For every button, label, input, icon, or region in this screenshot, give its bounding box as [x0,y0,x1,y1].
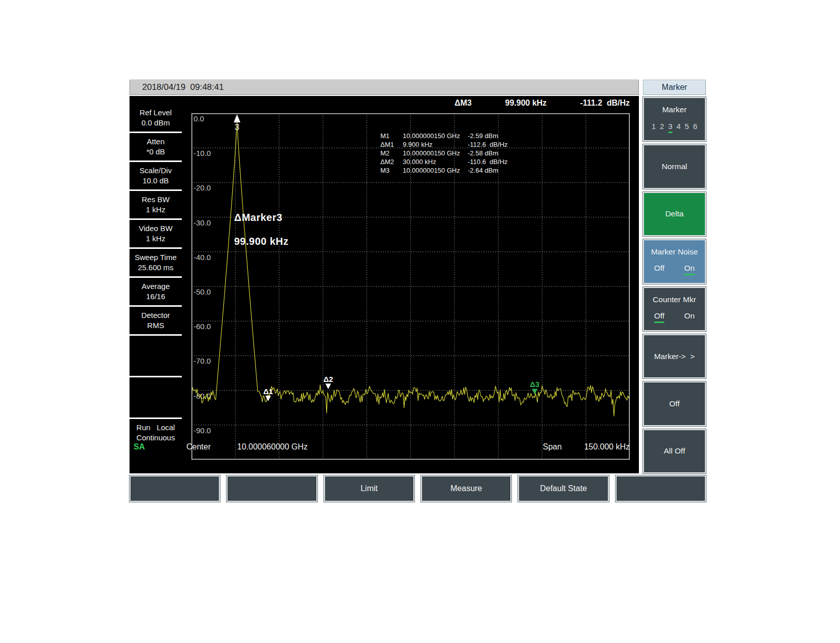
y-tick-label: -50.0 [193,287,211,296]
bottom-button-limit[interactable]: Limit [324,475,414,502]
softkey-delta[interactable]: Delta [643,192,706,236]
span-frequency: Span 150.000 kHz [543,442,630,452]
datetime-label: 2018/04/19 09:48:41 [130,82,224,92]
param-value: 1 kHz [146,234,165,244]
marker-value: -112.6 dB/Hz [468,140,548,149]
marker-name: M3 [380,166,403,175]
marker-number-3[interactable]: 3 [668,122,672,133]
marker-number-6[interactable]: 6 [693,122,697,133]
bottom-button-default-state[interactable]: Default State [518,475,608,502]
toggle-on[interactable]: On [684,264,695,275]
softkey-all-off[interactable]: All Off [643,429,706,473]
readout-marker-label: ΔM3 [455,99,472,108]
span-value: 150.000 kHz [584,442,630,452]
param-label: Res BW [142,195,170,205]
param-value: 16/16 [146,292,166,302]
y-tick-label: -70.0 [193,357,211,365]
param-detector: DetectorRMS [130,307,182,336]
param-label: Average [142,281,170,292]
param-label: Ref Level [140,108,172,118]
softkey-label: Marker [662,105,687,114]
param-label: Video BW [139,223,172,234]
frequency-row: Center 10.000060000 GHz Span 150.000 kHz [130,442,630,456]
softkey-marker-noise[interactable]: Marker NoiseOffOn [643,239,706,283]
marker-number-4[interactable]: 4 [676,122,681,133]
softkey-marker-select[interactable]: Marker123456 [643,97,706,141]
softkey-off[interactable]: Off [643,381,706,426]
param-value: 1 kHz [146,205,165,215]
annotation-line2: 99.900 kHz [234,236,288,247]
marker-table-row: M210.000000150 GHz-2.58 dBm [380,149,548,157]
param-label: Run Local [137,423,175,433]
param-value: RMS [147,320,164,331]
marker-table-row: ΔM19.900 kHz-112.6 dB/Hz [380,140,548,149]
marker-frequency: 9.900 kHz [403,140,468,149]
delta-marker-annotation: ΔMarker3 99.900 kHz [234,212,288,247]
softkey-label: Normal [662,162,687,171]
param-label: Scale/Div [140,166,172,176]
bottom-button-label: Limit [361,484,378,493]
y-tick-label: 0.0 [193,114,204,123]
bottom-button-blank-6[interactable] [616,475,706,502]
softkey-label: Off [669,399,680,408]
toggle-row: OffOn [644,311,705,323]
marker-frequency: 30.000 kHz [403,157,468,166]
param-blank [130,336,182,377]
toggle-on[interactable]: On [684,311,695,323]
marker-value: -2.59 dBm [468,132,548,140]
screen: 2018/04/19 09:48:41 ΔM3 99.900 kHz -111.… [0,0,840,643]
bottom-button-measure[interactable]: Measure [421,475,511,502]
softkey-label: Delta [665,209,684,218]
param-average: Average16/16 [130,278,182,307]
y-tick-label: -60.0 [193,322,211,331]
param-ref-level: Ref Level0.0 dBm [130,104,182,133]
param-value: 25.600 ms [138,263,173,273]
main-display: 2018/04/19 09:48:41 ΔM3 99.900 kHz -111.… [130,80,639,473]
softkey-label: Marker Noise [651,247,698,256]
toggle-off[interactable]: Off [654,311,664,323]
y-tick-label: -10.0 [193,149,211,157]
marker-name: ΔM1 [380,140,403,149]
param-value: 10.0 dB [143,176,169,186]
svg-text:Δ3: Δ3 [530,380,539,389]
marker-name: M1 [380,132,403,140]
sidebar-menu-title-label: Marker [662,83,687,92]
softkey-buttons: Marker123456NormalDeltaMarker NoiseOffOn… [643,97,706,473]
center-value: 10.000060000 GHz [237,442,308,452]
spectrum-analyzer-ui: 2018/04/19 09:48:41 ΔM3 99.900 kHz -111.… [130,80,706,502]
y-tick-label: -20.0 [193,183,211,192]
measurement-panel: ΔM3 99.900 kHz -111.2 dB/Hz Ref Level0.0… [130,96,639,473]
param-atten: Atten*0 dB [130,133,182,162]
marker-number-row: 123456 [652,122,697,133]
center-label: Center [186,442,211,452]
toggle-row: OffOn [644,264,705,275]
param-sweep-time: Sweep Time25.600 ms [130,249,182,278]
param-res-bw: Res BW1 kHz [130,191,182,220]
readout-marker-level: -111.2 dB/Hz [580,99,630,108]
param-scale-div: Scale/Div10.0 dB [130,162,182,191]
marker-table-row: ΔM230.000 kHz-110.6 dB/Hz [380,157,548,166]
marker-name: ΔM2 [380,157,403,166]
y-tick-label: -30.0 [193,218,211,227]
marker-frequency: 10.000000150 GHz [403,132,468,140]
marker-number-2[interactable]: 2 [660,122,664,133]
softkey-marker[interactable]: Marker-> > [643,334,706,378]
softkey-label: Counter Mkr [653,295,696,304]
y-tick-label: -90.0 [193,426,211,435]
param-value: Continuous [137,433,175,443]
marker-number-1[interactable]: 1 [652,122,656,133]
marker-value: -110.6 dB/Hz [468,157,548,166]
spectrum-plot: 0.0-10.0-20.0-30.0-40.0-50.0-60.0-70.0-8… [191,113,630,460]
softkey-counter-mkr[interactable]: Counter MkrOffOn [643,287,706,331]
softkey-normal[interactable]: Normal [643,144,706,188]
param-blank [130,377,182,419]
marker-table-row: M110.000000150 GHz-2.59 dBm [380,132,548,140]
marker-table: M110.000000150 GHz-2.59 dBmΔM19.900 kHz-… [380,132,548,175]
bottom-button-blank-1[interactable] [130,475,220,502]
marker-frequency: 10.000000150 GHz [403,166,468,175]
parameter-column: Ref Level0.0 dBmAtten*0 dBScale/Div10.0 … [130,104,182,446]
param-label: Atten [147,137,165,147]
marker-number-5[interactable]: 5 [685,122,689,133]
toggle-off[interactable]: Off [654,264,664,275]
bottom-button-blank-2[interactable] [227,475,317,502]
